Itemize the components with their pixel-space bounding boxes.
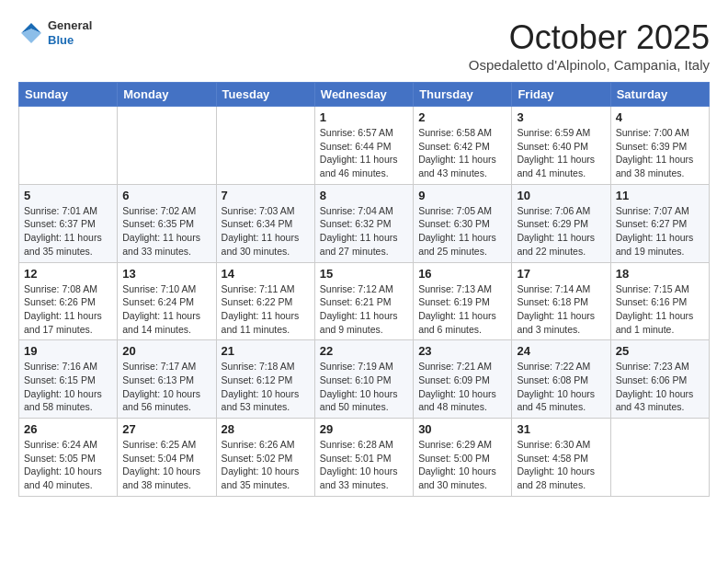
col-monday: Monday [118,83,216,107]
day-number: 13 [122,267,210,281]
table-row: 17Sunrise: 7:14 AMSunset: 6:18 PMDayligh… [512,262,610,340]
col-wednesday: Wednesday [314,83,413,107]
table-row: 30Sunrise: 6:29 AMSunset: 5:00 PMDayligh… [414,419,512,497]
day-info: Sunrise: 6:26 AMSunset: 5:02 PMDaylight:… [222,438,310,492]
table-row: 6Sunrise: 7:02 AMSunset: 6:35 PMDaylight… [118,184,216,262]
table-row: 12Sunrise: 7:08 AMSunset: 6:26 PMDayligh… [19,262,118,340]
day-number: 25 [616,344,704,358]
day-number: 30 [418,422,506,436]
table-row: 21Sunrise: 7:18 AMSunset: 6:12 PMDayligh… [216,340,314,419]
day-number: 23 [418,344,506,358]
table-row: 11Sunrise: 7:07 AMSunset: 6:27 PMDayligh… [610,184,709,262]
calendar-week-row: 5Sunrise: 7:01 AMSunset: 6:37 PMDaylight… [19,184,710,262]
day-info: Sunrise: 6:29 AMSunset: 5:00 PMDaylight:… [418,438,506,492]
table-row: 28Sunrise: 6:26 AMSunset: 5:02 PMDayligh… [216,419,314,497]
table-row: 23Sunrise: 7:21 AMSunset: 6:09 PMDayligh… [414,340,512,419]
day-number: 31 [517,422,605,436]
day-number: 9 [418,189,506,202]
day-info: Sunrise: 7:17 AMSunset: 6:13 PMDaylight:… [122,360,210,414]
table-row: 9Sunrise: 7:05 AMSunset: 6:30 PMDaylight… [414,184,512,262]
day-info: Sunrise: 7:08 AMSunset: 6:26 PMDaylight:… [24,282,112,337]
calendar-table: Sunday Monday Tuesday Wednesday Thursday… [18,82,710,497]
logo: General Blue [18,18,92,47]
day-info: Sunrise: 7:11 AMSunset: 6:22 PMDaylight:… [222,282,310,337]
day-info: Sunrise: 7:14 AMSunset: 6:18 PMDaylight:… [517,282,605,337]
day-info: Sunrise: 7:12 AMSunset: 6:21 PMDaylight:… [320,282,408,337]
table-row [610,419,709,497]
day-info: Sunrise: 6:58 AMSunset: 6:42 PMDaylight:… [418,126,506,180]
day-number: 11 [616,189,704,202]
day-info: Sunrise: 7:00 AMSunset: 6:39 PMDaylight:… [616,126,704,180]
table-row: 13Sunrise: 7:10 AMSunset: 6:24 PMDayligh… [118,262,216,340]
day-number: 22 [320,344,408,358]
calendar-week-row: 26Sunrise: 6:24 AMSunset: 5:05 PMDayligh… [19,419,710,497]
day-number: 15 [320,267,408,281]
day-number: 2 [418,110,506,124]
day-number: 24 [517,344,605,358]
day-number: 8 [320,189,408,202]
day-info: Sunrise: 7:10 AMSunset: 6:24 PMDaylight:… [122,282,210,337]
day-info: Sunrise: 7:22 AMSunset: 6:08 PMDaylight:… [517,360,605,414]
day-number: 20 [122,344,210,358]
table-row [19,107,118,185]
table-row: 8Sunrise: 7:04 AMSunset: 6:32 PMDaylight… [314,184,413,262]
day-info: Sunrise: 6:25 AMSunset: 5:04 PMDaylight:… [122,438,210,492]
table-row: 5Sunrise: 7:01 AMSunset: 6:37 PMDaylight… [19,184,118,262]
table-row: 29Sunrise: 6:28 AMSunset: 5:01 PMDayligh… [314,419,413,497]
logo-text: General Blue [48,18,92,47]
day-number: 28 [222,422,310,436]
day-info: Sunrise: 7:15 AMSunset: 6:16 PMDaylight:… [616,282,704,337]
day-number: 6 [122,189,210,202]
day-info: Sunrise: 7:19 AMSunset: 6:10 PMDaylight:… [320,360,408,414]
logo-general-text: General [48,18,92,33]
day-info: Sunrise: 7:07 AMSunset: 6:27 PMDaylight:… [616,204,704,259]
day-number: 26 [24,422,112,436]
location-subtitle: Ospedaletto d'Alpinolo, Campania, Italy [469,57,710,73]
table-row: 7Sunrise: 7:03 AMSunset: 6:34 PMDaylight… [216,184,314,262]
table-row: 27Sunrise: 6:25 AMSunset: 5:04 PMDayligh… [118,419,216,497]
day-number: 17 [517,267,605,281]
day-info: Sunrise: 7:16 AMSunset: 6:15 PMDaylight:… [24,360,112,414]
table-row: 16Sunrise: 7:13 AMSunset: 6:19 PMDayligh… [414,262,512,340]
day-info: Sunrise: 7:01 AMSunset: 6:37 PMDaylight:… [24,204,112,259]
table-row: 25Sunrise: 7:23 AMSunset: 6:06 PMDayligh… [610,340,709,419]
day-number: 27 [122,422,210,436]
title-section: October 2025 Ospedaletto d'Alpinolo, Cam… [469,18,710,73]
table-row: 22Sunrise: 7:19 AMSunset: 6:10 PMDayligh… [314,340,413,419]
logo-blue-text: Blue [48,33,92,48]
calendar-header-row: Sunday Monday Tuesday Wednesday Thursday… [19,83,710,107]
table-row: 1Sunrise: 6:57 AMSunset: 6:44 PMDaylight… [314,107,413,185]
day-info: Sunrise: 6:30 AMSunset: 4:58 PMDaylight:… [517,438,605,492]
calendar-week-row: 12Sunrise: 7:08 AMSunset: 6:26 PMDayligh… [19,262,710,340]
table-row [118,107,216,185]
day-number: 10 [517,189,605,202]
day-info: Sunrise: 7:03 AMSunset: 6:34 PMDaylight:… [222,204,310,259]
table-row: 2Sunrise: 6:58 AMSunset: 6:42 PMDaylight… [414,107,512,185]
table-row: 20Sunrise: 7:17 AMSunset: 6:13 PMDayligh… [118,340,216,419]
day-number: 18 [616,267,704,281]
calendar-body: 1Sunrise: 6:57 AMSunset: 6:44 PMDaylight… [19,107,710,497]
calendar-week-row: 19Sunrise: 7:16 AMSunset: 6:15 PMDayligh… [19,340,710,419]
day-info: Sunrise: 7:18 AMSunset: 6:12 PMDaylight:… [222,360,310,414]
col-thursday: Thursday [414,83,512,107]
day-number: 7 [222,189,310,202]
day-number: 19 [24,344,112,358]
day-number: 16 [418,267,506,281]
day-number: 1 [320,110,408,124]
col-friday: Friday [512,83,610,107]
month-title: October 2025 [469,18,710,57]
day-info: Sunrise: 6:24 AMSunset: 5:05 PMDaylight:… [24,438,112,492]
day-number: 3 [517,110,605,124]
day-number: 12 [24,267,112,281]
page-header: General Blue October 2025 Ospedaletto d'… [18,18,710,73]
day-number: 29 [320,422,408,436]
calendar-week-row: 1Sunrise: 6:57 AMSunset: 6:44 PMDaylight… [19,107,710,185]
col-sunday: Sunday [19,83,118,107]
table-row: 14Sunrise: 7:11 AMSunset: 6:22 PMDayligh… [216,262,314,340]
day-info: Sunrise: 7:23 AMSunset: 6:06 PMDaylight:… [616,360,704,414]
table-row: 3Sunrise: 6:59 AMSunset: 6:40 PMDaylight… [512,107,610,185]
table-row: 31Sunrise: 6:30 AMSunset: 4:58 PMDayligh… [512,419,610,497]
day-number: 14 [222,267,310,281]
col-saturday: Saturday [610,83,709,107]
table-row: 10Sunrise: 7:06 AMSunset: 6:29 PMDayligh… [512,184,610,262]
